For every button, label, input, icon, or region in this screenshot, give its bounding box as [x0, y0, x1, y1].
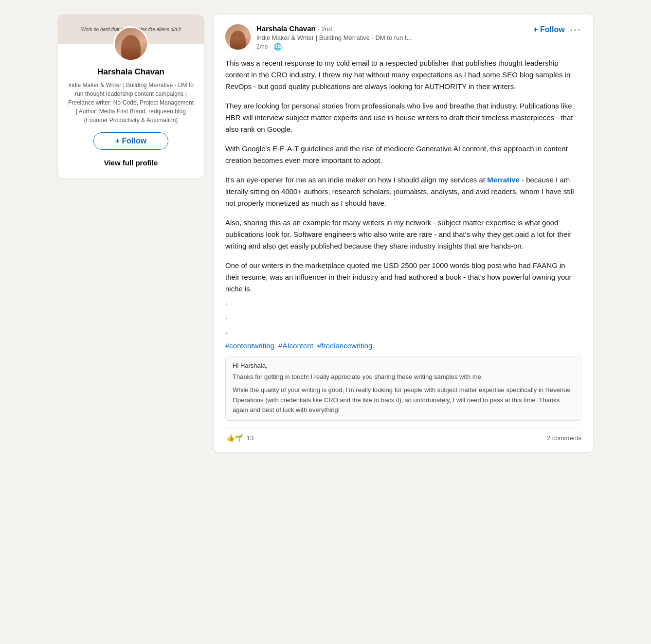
email-body-line1: Thanks for getting in touch! I really ap… — [233, 372, 574, 382]
dot-2: . — [225, 309, 581, 324]
post-header-right: + Follow ··· — [533, 24, 581, 35]
merrative-link[interactable]: Merrative — [487, 176, 520, 184]
post-paragraph-6: One of our writers in the marketplace qu… — [225, 260, 581, 295]
page-layout: Work so hard that people think the alien… — [58, 15, 593, 629]
comments-count[interactable]: 2 comments — [547, 434, 581, 442]
dot-3: . — [225, 324, 581, 339]
post-paragraph-2: They are looking for personal stories fr… — [225, 100, 581, 135]
email-block: Hi Harshala, Thanks for getting in touch… — [225, 357, 581, 421]
post-header-left: Harshala Chavan · 2nd Indie Maker & Writ… — [225, 24, 412, 51]
view-full-profile-link[interactable]: View full profile — [58, 157, 204, 169]
hashtag-contentwriting[interactable]: #contentwriting — [225, 341, 274, 350]
sidebar: Work so hard that people think the alien… — [58, 15, 204, 179]
post-paragraph-3: With Google's E-E-A-T guidelines and the… — [225, 143, 581, 166]
post-author-name-row: Harshala Chavan · 2nd — [256, 24, 412, 33]
post-follow-button[interactable]: + Follow — [533, 25, 564, 34]
reaction-heart-icon: 🌱 — [234, 433, 243, 443]
post-hashtags: #contentwriting #AIcontent #freelancewri… — [225, 341, 581, 350]
post-more-button[interactable]: ··· — [570, 24, 581, 35]
sidebar-author-name: Harshala Chavan — [58, 67, 204, 77]
post-paragraph-5: Also, sharing this as an example for man… — [225, 217, 581, 252]
sidebar-author-bio: Indie Maker & Writer | Building Merrativ… — [58, 81, 204, 125]
reaction-emojis: 👍 🌱 — [225, 433, 242, 443]
post-reactions: 👍 🌱 13 — [225, 433, 253, 443]
post-connection-degree: · 2nd — [318, 25, 332, 33]
post-time: 2mo — [256, 43, 268, 50]
post-author-info: Harshala Chavan · 2nd Indie Maker & Writ… — [256, 24, 412, 51]
post-author-headline: Indie Maker & Writer | Building Merrativ… — [256, 34, 412, 41]
sidebar-avatar — [113, 26, 148, 61]
post-avatar-silhouette — [230, 31, 245, 50]
post-card: Harshala Chavan · 2nd Indie Maker & Writ… — [214, 15, 593, 452]
post-avatar-image — [225, 24, 251, 50]
post-author-name: Harshala Chavan — [256, 24, 316, 33]
globe-icon: 🌐 — [273, 43, 282, 51]
post-meta: 2mo · 🌐 — [256, 43, 412, 51]
post-footer: 👍 🌱 13 2 comments — [225, 428, 581, 443]
avatar-silhouette — [121, 35, 141, 61]
email-body-line2: While the quality of your writing is goo… — [233, 385, 574, 415]
sidebar-follow-button[interactable]: + Follow — [93, 132, 168, 150]
post-separator: · — [270, 43, 271, 50]
sidebar-follow-btn-wrap: + Follow — [58, 132, 204, 150]
email-greeting: Hi Harshala, — [233, 362, 574, 369]
post-author-avatar — [225, 24, 251, 50]
avatar-triangle-decoration — [142, 47, 148, 58]
post-dots: . . . — [225, 295, 581, 339]
dot-1: . — [225, 295, 581, 309]
hashtag-aicontent[interactable]: #AIcontent — [278, 341, 313, 350]
post-paragraph-1: This was a recent response to my cold em… — [225, 57, 581, 92]
post-paragraph-4: It's an eye-opener for me as an indie ma… — [225, 174, 581, 209]
post-body: This was a recent response to my cold em… — [225, 57, 581, 295]
hashtag-freelancewriting[interactable]: #freelancewriting — [317, 341, 372, 350]
post-header: Harshala Chavan · 2nd Indie Maker & Writ… — [225, 24, 581, 51]
reaction-count: 13 — [247, 434, 253, 442]
